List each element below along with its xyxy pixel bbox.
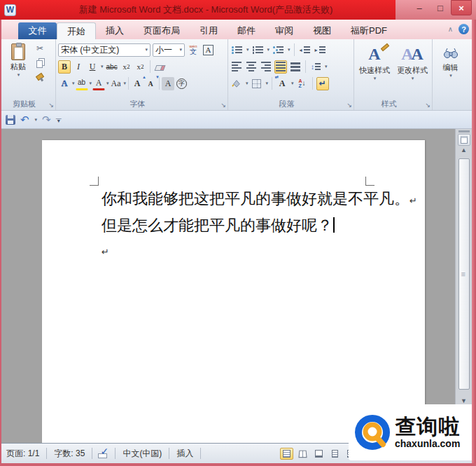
text-effects-button[interactable]: A xyxy=(58,77,71,90)
outline-view-button[interactable] xyxy=(328,448,342,460)
change-case-dropdown-icon[interactable]: ▾ xyxy=(124,81,127,86)
font-color-button[interactable]: A xyxy=(92,77,105,90)
tab-references[interactable]: 引用 xyxy=(190,22,227,39)
strikethrough-button[interactable]: abc xyxy=(105,60,119,74)
spell-check-button[interactable]: ✓ xyxy=(97,448,110,459)
text-line-2[interactable]: 但是怎么才能把平凡的事做好呢？ xyxy=(102,213,417,238)
language-indicator[interactable]: 中文(中国) xyxy=(120,448,164,460)
borders-button[interactable] xyxy=(251,77,263,90)
shading-dropdown-icon[interactable]: ▾ xyxy=(246,81,248,86)
borders-dropdown-icon[interactable]: ▾ xyxy=(266,81,269,86)
align-left-button[interactable] xyxy=(230,60,243,74)
word-app-icon[interactable]: W xyxy=(4,4,16,16)
highlight-dropdown-icon[interactable]: ▾ xyxy=(90,81,92,86)
shading-button[interactable] xyxy=(230,77,243,90)
document-page[interactable]: 你和我能够把这把平凡的事做好就是不平凡。↵ 但是怎么才能把平凡的事做好呢？ ↵ xyxy=(42,140,425,443)
font-name-select[interactable]: 宋体 (中文正文) ▾ xyxy=(58,43,150,57)
font-size-select[interactable]: 小一 ▾ xyxy=(153,43,185,57)
undo-dropdown-icon[interactable]: ▾ xyxy=(35,117,38,123)
clipboard-dialog-launcher[interactable]: ↘ xyxy=(48,102,54,109)
tab-file[interactable]: 文件 xyxy=(18,22,57,39)
minimize-button[interactable]: – xyxy=(409,0,430,15)
help-icon[interactable]: ? xyxy=(458,24,469,34)
cut-button[interactable]: ✂ xyxy=(34,41,46,55)
superscript-button[interactable]: x2 xyxy=(134,60,147,74)
enclose-characters-button[interactable]: 字 xyxy=(175,77,188,90)
page-indicator[interactable]: 页面: 1/1 xyxy=(4,448,41,460)
undo-button[interactable]: ↶ xyxy=(20,114,29,125)
sort-button[interactable]: AZ↓ xyxy=(296,77,309,90)
character-shading-button[interactable]: A xyxy=(162,77,174,90)
ruler-toggle-button[interactable] xyxy=(458,134,470,146)
split-handle[interactable] xyxy=(458,130,470,132)
text-line-3[interactable]: ↵ xyxy=(102,238,417,264)
bullets-dropdown-icon[interactable]: ▾ xyxy=(246,47,249,53)
format-painter-button[interactable] xyxy=(34,71,46,84)
save-button[interactable] xyxy=(6,115,15,125)
font-dialog-launcher[interactable]: ↘ xyxy=(220,102,226,109)
align-center-button[interactable] xyxy=(245,60,258,74)
fullscreen-reading-view-button[interactable] xyxy=(296,448,309,460)
web-layout-view-button[interactable] xyxy=(312,448,326,460)
scrollbar-track[interactable]: ▼ xyxy=(458,156,470,441)
distributed-button[interactable] xyxy=(289,60,302,74)
copy-button[interactable] xyxy=(34,56,46,69)
collapse-ribbon-icon[interactable]: ∧ xyxy=(448,25,453,33)
paste-button[interactable]: 粘贴 ▾ xyxy=(4,41,33,100)
font-color-dropdown-icon[interactable]: ▾ xyxy=(106,81,109,86)
line-spacing-button[interactable]: ↕ xyxy=(309,60,322,74)
styles-dialog-launcher[interactable]: ↘ xyxy=(425,102,430,109)
tab-review[interactable]: 审阅 xyxy=(265,22,303,39)
increase-indent-button[interactable]: ▸ xyxy=(314,43,327,57)
shrink-font-button[interactable]: A▼ xyxy=(144,77,157,90)
character-border-button[interactable]: A xyxy=(202,43,215,57)
multilevel-dropdown-icon[interactable]: ▾ xyxy=(288,47,290,53)
underline-dropdown-icon[interactable]: ▾ xyxy=(101,64,104,69)
multilevel-list-button[interactable] xyxy=(272,43,285,57)
change-case-button[interactable]: Aa xyxy=(110,77,122,90)
paragraph-dialog-launcher[interactable]: ↘ xyxy=(346,102,352,109)
numbering-button[interactable] xyxy=(251,43,265,57)
underline-button[interactable]: U xyxy=(86,60,99,74)
tab-insert[interactable]: 插入 xyxy=(96,22,134,39)
bullets-button[interactable] xyxy=(230,43,244,57)
redo-button[interactable]: ↷ xyxy=(42,114,51,125)
quick-styles-button[interactable]: A 快速样式 ▾ xyxy=(356,41,393,100)
insert-mode-indicator[interactable]: 插入 xyxy=(174,448,195,460)
text-line-1[interactable]: 你和我能够把这把平凡的事做好就是不平凡。↵ xyxy=(102,186,417,213)
tab-mailings[interactable]: 邮件 xyxy=(227,22,265,39)
scroll-up-arrow[interactable]: ▲ xyxy=(461,146,467,154)
maximize-button[interactable]: □ xyxy=(430,0,451,15)
change-styles-button[interactable]: AA 更改样式 ▾ xyxy=(394,41,430,100)
show-hide-marks-button[interactable]: ↵ xyxy=(316,77,329,90)
align-right-button[interactable] xyxy=(260,60,272,74)
asian-layout-dropdown-icon[interactable]: ▾ xyxy=(291,81,294,86)
tab-foxit-pdf[interactable]: 福昕PDF xyxy=(341,22,397,39)
font-name-dropdown-icon[interactable]: ▾ xyxy=(145,47,148,53)
word-count[interactable]: 字数: 35 xyxy=(52,448,87,460)
text-effects-dropdown-icon[interactable]: ▾ xyxy=(72,81,75,86)
print-layout-view-button[interactable] xyxy=(280,448,293,460)
tab-view[interactable]: 视图 xyxy=(303,22,341,39)
line-spacing-dropdown-icon[interactable]: ▾ xyxy=(325,64,328,69)
paste-dropdown-icon[interactable]: ▾ xyxy=(18,72,20,78)
subscript-button[interactable]: x2 xyxy=(120,60,133,74)
editing-dropdown-icon[interactable]: ▾ xyxy=(449,73,452,78)
grow-font-button[interactable]: A▲ xyxy=(131,77,144,90)
asian-layout-button[interactable]: ⇄A xyxy=(276,77,288,90)
tab-home[interactable]: 开始 xyxy=(57,22,96,39)
change-styles-dropdown-icon[interactable]: ▾ xyxy=(412,76,414,81)
editing-button[interactable]: 编辑 ▾ xyxy=(435,41,466,100)
scrollbar-thumb[interactable] xyxy=(458,158,470,390)
quick-styles-dropdown-icon[interactable]: ▾ xyxy=(374,76,377,81)
clear-formatting-button[interactable] xyxy=(153,60,166,74)
tab-page-layout[interactable]: 页面布局 xyxy=(134,22,190,39)
bold-button[interactable]: B xyxy=(58,60,71,74)
font-size-dropdown-icon[interactable]: ▾ xyxy=(179,47,182,53)
close-button[interactable]: × xyxy=(451,0,472,15)
text-highlight-button[interactable]: ab xyxy=(76,77,88,90)
customize-qat-button[interactable]: —▾ xyxy=(56,117,62,123)
numbering-dropdown-icon[interactable]: ▾ xyxy=(267,47,270,53)
italic-button[interactable]: I xyxy=(72,60,85,74)
decrease-indent-button[interactable]: ◂ xyxy=(298,43,312,57)
